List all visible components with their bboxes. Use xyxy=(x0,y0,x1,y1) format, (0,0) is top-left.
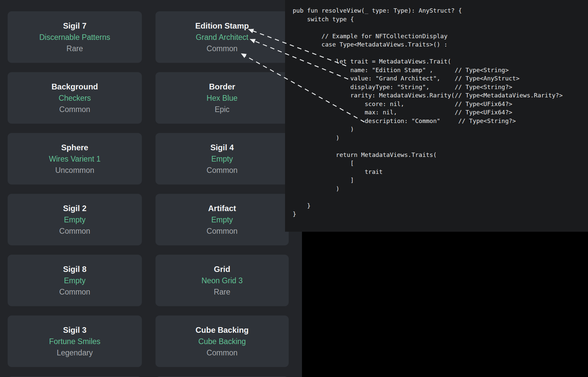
code-overlay-panel: pub fun resolveView(_ type: Type): AnySt… xyxy=(285,0,588,232)
trait-card-sigil-7: Sigil 7 Discernable Patterns Rare xyxy=(8,11,142,63)
trait-name: Sigil 3 xyxy=(63,324,87,336)
trait-rarity: Common xyxy=(59,104,90,115)
trait-card-sigil-3: Sigil 3 Fortune Smiles Legendary xyxy=(8,315,142,367)
trait-value: Cube Backing xyxy=(198,336,246,347)
trait-rarity: Common xyxy=(207,165,238,176)
trait-value: Discernable Patterns xyxy=(39,32,110,43)
trait-rarity: Common xyxy=(59,225,90,237)
trait-card-border: Border Hex Blue Epic xyxy=(155,72,289,124)
trait-card-sigil-4: Sigil 4 Empty Common xyxy=(155,133,289,185)
trait-name: Sphere xyxy=(61,142,88,153)
trait-rarity: Uncommon xyxy=(55,165,94,176)
trait-card-sigil-8: Sigil 8 Empty Common xyxy=(8,255,142,306)
trait-value: Wires Varient 1 xyxy=(49,153,101,165)
trait-value: Empty xyxy=(211,214,233,225)
trait-rarity: Epic xyxy=(215,104,230,115)
trait-rarity: Common xyxy=(59,286,90,298)
trait-card-sigil-2: Sigil 2 Empty Common xyxy=(8,194,142,245)
trait-rarity: Rare xyxy=(214,286,231,298)
trait-rarity: Common xyxy=(207,43,238,54)
trait-name: Cube Backing xyxy=(195,324,248,336)
trait-rarity: Legendary xyxy=(57,347,93,358)
trait-name: Border xyxy=(209,81,235,92)
trait-name: Sigil 2 xyxy=(63,203,87,214)
trait-value: Empty xyxy=(211,153,233,165)
trait-card-cube-backing: Cube Backing Cube Backing Common xyxy=(155,315,289,367)
screenshot-root: Sigil 7 Discernable Patterns Rare Editio… xyxy=(0,0,588,377)
trait-name: Sigil 8 xyxy=(63,264,87,275)
trait-card-sphere: Sphere Wires Varient 1 Uncommon xyxy=(8,133,142,185)
trait-rarity: Rare xyxy=(66,43,83,54)
trait-card-artifact: Artifact Empty Common xyxy=(155,194,289,245)
trait-name: Artifact xyxy=(208,203,236,214)
trait-name: Background xyxy=(51,81,98,92)
trait-card-grid: Grid Neon Grid 3 Rare xyxy=(155,255,289,306)
trait-card-edition-stamp: Edition Stamp Grand Architect Common xyxy=(155,11,289,63)
trait-value: Grand Architect xyxy=(196,32,248,43)
trait-value: Neon Grid 3 xyxy=(201,275,243,286)
traits-grid: Sigil 7 Discernable Patterns Rare Editio… xyxy=(8,11,289,377)
trait-name: Sigil 7 xyxy=(63,20,87,32)
trait-name: Sigil 4 xyxy=(210,142,234,153)
trait-value: Empty xyxy=(64,214,85,225)
trait-value: Checkers xyxy=(58,92,91,104)
trait-value: Hex Blue xyxy=(207,92,238,104)
trait-value: Empty xyxy=(64,275,85,286)
traits-page: Sigil 7 Discernable Patterns Rare Editio… xyxy=(0,0,302,377)
trait-value: Fortune Smiles xyxy=(49,336,101,347)
trait-card-background: Background Checkers Common xyxy=(8,72,142,124)
trait-rarity: Common xyxy=(207,225,238,237)
trait-name: Grid xyxy=(214,264,230,275)
trait-name: Edition Stamp xyxy=(195,20,249,32)
code-block: pub fun resolveView(_ type: Type): AnySt… xyxy=(285,0,588,218)
trait-rarity: Common xyxy=(207,347,238,358)
